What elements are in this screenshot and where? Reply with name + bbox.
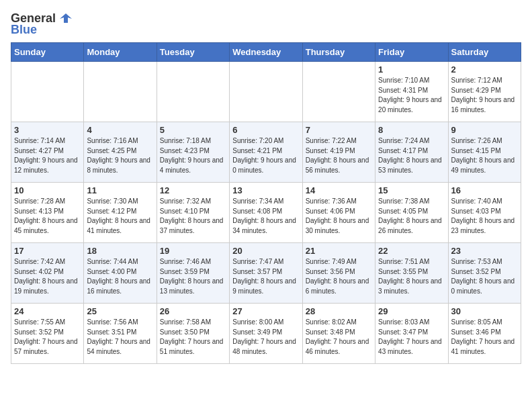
day-number: 3: [14, 125, 81, 135]
day-info: Sunrise: 8:03 AM Sunset: 3:47 PM Dayligh…: [378, 318, 445, 357]
day-number: 25: [87, 306, 153, 316]
calendar-header-tuesday: Tuesday: [157, 43, 229, 62]
calendar-header-row: SundayMondayTuesdayWednesdayThursdayFrid…: [11, 43, 521, 62]
calendar-header-monday: Monday: [84, 43, 157, 62]
calendar-cell: 23Sunrise: 7:53 AM Sunset: 3:52 PM Dayli…: [448, 243, 521, 304]
calendar-cell: 1Sunrise: 7:10 AM Sunset: 4:31 PM Daylig…: [375, 62, 448, 122]
day-number: 16: [451, 185, 518, 195]
day-info: Sunrise: 7:12 AM Sunset: 4:29 PM Dayligh…: [451, 76, 518, 115]
day-info: Sunrise: 7:38 AM Sunset: 4:05 PM Dayligh…: [378, 197, 445, 236]
day-number: 19: [160, 246, 226, 256]
header: General Blue: [11, 11, 521, 37]
calendar-week-row: 24Sunrise: 7:55 AM Sunset: 3:52 PM Dayli…: [11, 304, 521, 364]
calendar-cell: 17Sunrise: 7:42 AM Sunset: 4:02 PM Dayli…: [11, 243, 84, 304]
svg-marker-0: [60, 13, 72, 23]
day-number: 24: [14, 306, 81, 316]
day-number: 18: [87, 246, 153, 256]
calendar-cell: [11, 62, 84, 122]
day-number: 10: [14, 185, 81, 195]
calendar-cell: 9Sunrise: 7:26 AM Sunset: 4:15 PM Daylig…: [448, 122, 521, 183]
calendar-cell: 27Sunrise: 8:00 AM Sunset: 3:49 PM Dayli…: [230, 304, 302, 364]
calendar-cell: 8Sunrise: 7:24 AM Sunset: 4:17 PM Daylig…: [375, 122, 448, 183]
day-info: Sunrise: 7:28 AM Sunset: 4:13 PM Dayligh…: [14, 197, 81, 236]
calendar-cell: 5Sunrise: 7:18 AM Sunset: 4:23 PM Daylig…: [157, 122, 229, 183]
day-info: Sunrise: 7:34 AM Sunset: 4:08 PM Dayligh…: [232, 197, 299, 236]
day-info: Sunrise: 7:47 AM Sunset: 3:57 PM Dayligh…: [232, 257, 299, 296]
calendar-cell: 19Sunrise: 7:46 AM Sunset: 3:59 PM Dayli…: [157, 243, 229, 304]
calendar-cell: [84, 62, 157, 122]
day-info: Sunrise: 7:42 AM Sunset: 4:02 PM Dayligh…: [14, 257, 81, 296]
calendar-cell: 10Sunrise: 7:28 AM Sunset: 4:13 PM Dayli…: [11, 183, 84, 243]
calendar-header-friday: Friday: [375, 43, 448, 62]
calendar-cell: 3Sunrise: 7:14 AM Sunset: 4:27 PM Daylig…: [11, 122, 84, 183]
day-info: Sunrise: 7:51 AM Sunset: 3:55 PM Dayligh…: [378, 257, 445, 296]
calendar-cell: 21Sunrise: 7:49 AM Sunset: 3:56 PM Dayli…: [302, 243, 375, 304]
calendar-cell: 18Sunrise: 7:44 AM Sunset: 4:00 PM Dayli…: [84, 243, 157, 304]
day-number: 8: [378, 125, 445, 135]
calendar-cell: 12Sunrise: 7:32 AM Sunset: 4:10 PM Dayli…: [157, 183, 229, 243]
calendar-cell: 4Sunrise: 7:16 AM Sunset: 4:25 PM Daylig…: [84, 122, 157, 183]
day-number: 5: [160, 125, 226, 135]
day-info: Sunrise: 7:22 AM Sunset: 4:19 PM Dayligh…: [306, 136, 372, 175]
calendar-week-row: 10Sunrise: 7:28 AM Sunset: 4:13 PM Dayli…: [11, 183, 521, 243]
day-number: 23: [451, 246, 518, 256]
day-info: Sunrise: 8:05 AM Sunset: 3:46 PM Dayligh…: [451, 318, 518, 357]
day-info: Sunrise: 7:36 AM Sunset: 4:06 PM Dayligh…: [306, 197, 372, 236]
calendar-week-row: 1Sunrise: 7:10 AM Sunset: 4:31 PM Daylig…: [11, 62, 521, 122]
day-info: Sunrise: 7:53 AM Sunset: 3:52 PM Dayligh…: [451, 257, 518, 296]
logo-bird-icon: [58, 11, 73, 26]
calendar-header-wednesday: Wednesday: [230, 43, 302, 62]
calendar-cell: 26Sunrise: 7:58 AM Sunset: 3:50 PM Dayli…: [157, 304, 229, 364]
calendar-cell: 14Sunrise: 7:36 AM Sunset: 4:06 PM Dayli…: [302, 183, 375, 243]
day-number: 6: [232, 125, 299, 135]
day-info: Sunrise: 7:10 AM Sunset: 4:31 PM Dayligh…: [378, 76, 445, 115]
calendar-cell: 30Sunrise: 8:05 AM Sunset: 3:46 PM Dayli…: [448, 304, 521, 364]
day-number: 27: [232, 306, 299, 316]
calendar-cell: 13Sunrise: 7:34 AM Sunset: 4:08 PM Dayli…: [230, 183, 302, 243]
day-info: Sunrise: 7:46 AM Sunset: 3:59 PM Dayligh…: [160, 257, 226, 296]
day-number: 29: [378, 306, 445, 316]
day-number: 9: [451, 125, 518, 135]
day-number: 1: [378, 64, 445, 75]
day-number: 28: [306, 306, 372, 316]
day-info: Sunrise: 7:26 AM Sunset: 4:15 PM Dayligh…: [451, 136, 518, 175]
calendar-cell: 15Sunrise: 7:38 AM Sunset: 4:05 PM Dayli…: [375, 183, 448, 243]
day-number: 12: [160, 185, 226, 195]
day-info: Sunrise: 7:58 AM Sunset: 3:50 PM Dayligh…: [160, 318, 226, 357]
day-info: Sunrise: 7:56 AM Sunset: 3:51 PM Dayligh…: [87, 318, 153, 357]
calendar-cell: 11Sunrise: 7:30 AM Sunset: 4:12 PM Dayli…: [84, 183, 157, 243]
day-info: Sunrise: 7:16 AM Sunset: 4:25 PM Dayligh…: [87, 136, 153, 175]
day-number: 14: [306, 185, 372, 195]
calendar-cell: 6Sunrise: 7:20 AM Sunset: 4:21 PM Daylig…: [230, 122, 302, 183]
day-info: Sunrise: 7:55 AM Sunset: 3:52 PM Dayligh…: [14, 318, 81, 357]
day-number: 26: [160, 306, 226, 316]
day-info: Sunrise: 7:44 AM Sunset: 4:00 PM Dayligh…: [87, 257, 153, 296]
day-number: 20: [232, 246, 299, 256]
calendar-cell: 7Sunrise: 7:22 AM Sunset: 4:19 PM Daylig…: [302, 122, 375, 183]
day-info: Sunrise: 7:32 AM Sunset: 4:10 PM Dayligh…: [160, 197, 226, 236]
day-info: Sunrise: 7:49 AM Sunset: 3:56 PM Dayligh…: [306, 257, 372, 296]
day-number: 11: [87, 185, 153, 195]
calendar-header-saturday: Saturday: [448, 43, 521, 62]
calendar-cell: 28Sunrise: 8:02 AM Sunset: 3:48 PM Dayli…: [302, 304, 375, 364]
calendar-cell: [157, 62, 229, 122]
calendar-cell: 29Sunrise: 8:03 AM Sunset: 3:47 PM Dayli…: [375, 304, 448, 364]
calendar-cell: 20Sunrise: 7:47 AM Sunset: 3:57 PM Dayli…: [230, 243, 302, 304]
calendar-header-sunday: Sunday: [11, 43, 84, 62]
day-number: 22: [378, 246, 445, 256]
day-number: 21: [306, 246, 372, 256]
day-info: Sunrise: 7:30 AM Sunset: 4:12 PM Dayligh…: [87, 197, 153, 236]
calendar-cell: 24Sunrise: 7:55 AM Sunset: 3:52 PM Dayli…: [11, 304, 84, 364]
day-info: Sunrise: 7:40 AM Sunset: 4:03 PM Dayligh…: [451, 197, 518, 236]
calendar-table: SundayMondayTuesdayWednesdayThursdayFrid…: [11, 42, 521, 364]
day-number: 15: [378, 185, 445, 195]
calendar-cell: 16Sunrise: 7:40 AM Sunset: 4:03 PM Dayli…: [448, 183, 521, 243]
calendar-week-row: 3Sunrise: 7:14 AM Sunset: 4:27 PM Daylig…: [11, 122, 521, 183]
day-info: Sunrise: 8:02 AM Sunset: 3:48 PM Dayligh…: [306, 318, 372, 357]
calendar-cell: 22Sunrise: 7:51 AM Sunset: 3:55 PM Dayli…: [375, 243, 448, 304]
calendar-cell: 25Sunrise: 7:56 AM Sunset: 3:51 PM Dayli…: [84, 304, 157, 364]
calendar-cell: 2Sunrise: 7:12 AM Sunset: 4:29 PM Daylig…: [448, 62, 521, 122]
day-info: Sunrise: 7:18 AM Sunset: 4:23 PM Dayligh…: [160, 136, 226, 175]
calendar-cell: [230, 62, 302, 122]
day-info: Sunrise: 7:20 AM Sunset: 4:21 PM Dayligh…: [232, 136, 299, 175]
